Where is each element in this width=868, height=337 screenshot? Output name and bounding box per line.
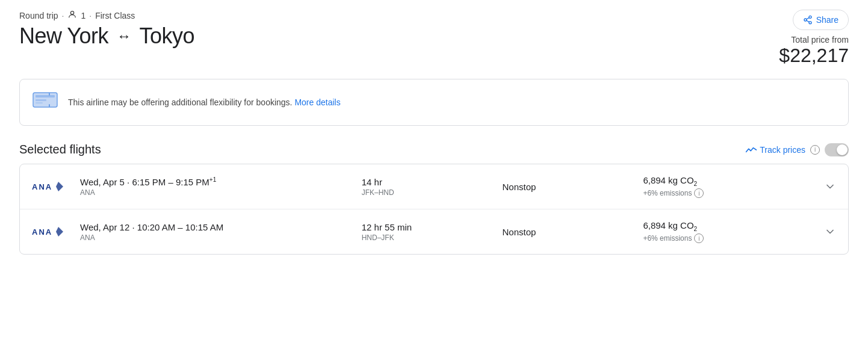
emissions-value-2: 6,894 kg CO2 [643,220,812,232]
flight-airline-1: ANA [80,188,362,197]
stops-value-1: Nonstop [503,182,643,192]
ana-logo-2: ANA [32,226,63,238]
svg-point-2 [804,19,807,21]
svg-point-3 [809,22,811,24]
share-button[interactable]: Share [793,10,849,30]
stops-value-2: Nonstop [503,227,643,237]
flight-stops-2: Nonstop [503,227,643,237]
total-price-label: Total price from [779,35,849,45]
svg-line-5 [806,17,809,19]
passengers-label: 1 [81,11,85,20]
airline-logo-2: ANA [32,226,80,238]
duration-route-1: JFK–HND [362,188,503,197]
trip-type-label: Round trip [19,11,58,20]
svg-rect-8 [36,99,46,101]
flight-duration-2: 12 hr 55 min HND–JFK [362,222,503,242]
flight-stops-1: Nonstop [503,182,643,192]
airline-logo-1: ANA [32,181,80,193]
emissions-extra-text-1: +6% emissions [643,189,692,197]
header-right: Share Total price from $22,217 [779,10,849,67]
emissions-info-icon-2[interactable]: i [694,233,704,243]
share-label: Share [816,15,839,25]
flight-main-2: Wed, Apr 12 · 10:20 AM – 10:15 AM ANA [80,222,362,242]
flight-emissions-1: 6,894 kg CO2 +6% emissions i [643,175,812,198]
flexibility-banner: This airline may be offering additional … [19,79,849,126]
duration-value-2: 12 hr 55 min [362,222,503,232]
flight-emissions-2: 6,894 kg CO2 +6% emissions i [643,220,812,243]
svg-rect-10 [49,93,50,96]
chevron-down-icon-1 [824,181,836,193]
duration-value-1: 14 hr [362,177,503,187]
bidirectional-arrows-icon: ↔ [117,28,131,45]
flight-airline-2: ANA [80,233,362,242]
share-icon [803,15,813,25]
ana-logo: ANA [32,181,63,193]
cabin-class-label: First Class [95,11,135,20]
dot-separator: · [62,11,64,20]
flight-row-2[interactable]: ANA Wed, Apr 12 · 10:20 AM – 10:15 AM AN… [20,209,848,254]
selected-flights-section-header: Selected flights Track prices i [19,143,849,156]
track-prices-icon [745,144,757,156]
more-details-link[interactable]: More details [294,97,340,107]
flights-container: ANA Wed, Apr 5 · 6:15 PM – 9:15 PM+1 ANA… [19,164,849,255]
svg-text:ANA: ANA [32,182,52,191]
total-price-value: $22,217 [779,45,849,67]
page-header: Round trip · 1 · First Class New York ↔ … [19,10,849,67]
flight-dot-2: · [132,222,137,232]
svg-rect-9 [36,102,43,104]
track-prices-label: Track prices [760,145,805,155]
svg-line-4 [806,20,809,22]
emissions-extra-text-2: +6% emissions [643,234,692,243]
emissions-info-icon-1[interactable]: i [694,188,704,198]
duration-route-2: HND–JFK [362,233,503,242]
flight-expand-button-1[interactable] [812,181,836,193]
flight-duration-1: 14 hr JFK–HND [362,177,503,197]
selected-flights-title: Selected flights [19,143,101,156]
svg-marker-13 [56,182,63,191]
track-prices-area: Track prices i [745,143,849,156]
svg-marker-15 [56,227,63,237]
toggle-knob [837,144,848,155]
origin-city: New York [19,23,108,49]
track-prices-button[interactable]: Track prices [745,144,805,156]
svg-point-1 [809,16,811,18]
route-title: New York ↔ Tokyo [19,23,194,49]
banner-static-text: This airline may be offering additional … [68,97,293,107]
trip-meta: Round trip · 1 · First Class [19,10,194,21]
flight-row[interactable]: ANA Wed, Apr 5 · 6:15 PM – 9:15 PM+1 ANA… [20,164,848,209]
flight-date-time-1: Wed, Apr 5 · 6:15 PM – 9:15 PM+1 [80,176,362,187]
svg-rect-7 [36,95,55,97]
flight-date-time-2: Wed, Apr 12 · 10:20 AM – 10:15 AM [80,222,362,232]
emissions-extra-1: +6% emissions i [643,188,812,198]
flight-times-2: 10:20 AM – 10:15 AM [137,222,223,232]
emissions-value-1: 6,894 kg CO2 [643,175,812,187]
header-left: Round trip · 1 · First Class New York ↔ … [19,10,194,49]
svg-rect-11 [49,104,50,107]
ticket-icon [32,89,58,116]
banner-text: This airline may be offering additional … [68,97,341,107]
track-prices-toggle[interactable] [825,143,849,156]
flight-expand-button-2[interactable] [812,226,836,238]
svg-text:ANA: ANA [32,227,52,237]
flight-date-1: Wed, Apr 5 [80,177,125,187]
flight-times-1: 6:15 PM – 9:15 PM+1 [132,177,216,187]
svg-point-0 [71,11,74,14]
chevron-down-icon-2 [824,226,836,238]
dot-separator-2: · [89,11,91,20]
person-icon [67,10,77,21]
emissions-extra-2: +6% emissions i [643,233,812,243]
flight-date-2: Wed, Apr 12 [80,222,129,232]
track-prices-info-icon[interactable]: i [810,145,820,155]
destination-city: Tokyo [140,23,195,49]
flight-main-1: Wed, Apr 5 · 6:15 PM – 9:15 PM+1 ANA [80,176,362,197]
